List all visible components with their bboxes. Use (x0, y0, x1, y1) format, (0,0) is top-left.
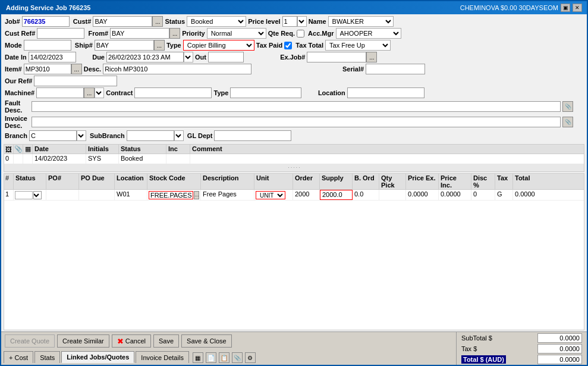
machine-select[interactable] (95, 87, 104, 98)
taxtotal-select[interactable]: Tax Free Up (325, 40, 391, 51)
subbranch-label: SubBranch (90, 132, 127, 139)
form-row-7: Machine# ... Contract Type Location (5, 87, 583, 98)
tab-invoice-details[interactable]: Invoice Details (136, 351, 189, 363)
due-input[interactable] (106, 52, 184, 62)
cancel-icon: ✖ (117, 337, 124, 346)
log-header-icon: 🖾 (4, 145, 14, 154)
tab-linked-jobs-quotes[interactable]: Linked Jobs/Quotes (61, 351, 134, 363)
restore-button[interactable]: ▣ (561, 4, 570, 12)
ship-dots-button[interactable]: ... (154, 40, 165, 51)
out-input[interactable] (208, 52, 244, 62)
grid-cell-qtypick (379, 190, 406, 200)
due-select[interactable] (184, 52, 193, 62)
cancel-button[interactable]: ✖ Cancel (112, 334, 151, 348)
tab-icon-2[interactable]: 📄 (206, 352, 216, 363)
taxtotal-label: Tax Total (295, 42, 325, 49)
custref-input[interactable] (37, 28, 84, 39)
invoicedesc-icon-button[interactable]: 📎 (562, 117, 573, 127)
from-dots-button[interactable]: ... (169, 28, 180, 39)
faultdesc-input[interactable] (32, 101, 561, 112)
exjob-input[interactable] (307, 52, 366, 62)
branch-select[interactable] (77, 130, 86, 141)
bottom-left: Create Quote Create Similar ✖ Cancel Sav… (1, 332, 456, 365)
price-level-select[interactable] (297, 16, 307, 27)
faultdesc-icon-button[interactable]: 📎 (562, 101, 573, 112)
grid-cell-desc: Free Pages (201, 190, 254, 200)
price-level-input[interactable] (282, 16, 297, 27)
log-header-grid: ▦ (23, 145, 33, 154)
exjob-dots-button[interactable]: ... (366, 52, 377, 62)
grid-cell-disc: 0 (471, 190, 495, 200)
subbranch-select[interactable] (174, 130, 184, 141)
stockcode-dots-button[interactable]: ... (194, 191, 199, 199)
summary-panel: SubTotal $ 0.0000 Tax $ 0.0000 Total $ (… (456, 332, 587, 365)
item-input[interactable] (24, 64, 71, 74)
type2-input[interactable] (230, 87, 301, 98)
grid-status-input[interactable] (15, 191, 33, 199)
cancel-label: Cancel (125, 337, 146, 345)
title-bar-right: CHEMINOVA $0.00 30DAYSEOM ▣ ✕ (460, 4, 582, 12)
tab-icon-4[interactable]: 📎 (232, 352, 243, 363)
grid-header-num: # (4, 174, 14, 189)
log-header: 🖾 📎 ▦ Date Initials Status Inc Comment (4, 145, 584, 154)
accmgr-label: Acc.Mgr (308, 30, 335, 37)
grid-status-select[interactable] (33, 191, 42, 199)
grid-row: 1 W01 FREE.PAGES ... Free Pages UNIT 200… (4, 190, 584, 201)
bottom-section: Create Quote Create Similar ✖ Cancel Sav… (1, 331, 587, 365)
log-col-status: Status (119, 145, 166, 154)
priority-select[interactable]: Normal (207, 28, 266, 39)
tab-cost-label: Cost (15, 354, 29, 361)
mode-input[interactable] (24, 40, 71, 51)
taxpaid-checkbox[interactable] (284, 42, 292, 49)
tab-icon-1[interactable]: ▦ (193, 352, 203, 363)
cust-input[interactable] (93, 16, 152, 27)
type-select[interactable]: Copier Billing (183, 40, 254, 51)
contract-input[interactable] (134, 87, 212, 98)
unit-select[interactable]: UNIT (256, 191, 285, 199)
log-cell-grid (23, 154, 33, 164)
save-button[interactable]: Save (153, 334, 179, 348)
from-label: From# (88, 30, 110, 37)
status-select[interactable]: Booked (187, 16, 246, 27)
job-input[interactable] (22, 16, 70, 27)
tab-stats[interactable]: Stats (34, 351, 60, 363)
item-dots-button[interactable]: ... (71, 64, 82, 74)
grid-cell-bord: 0.0 (353, 190, 379, 200)
tab-icon-3[interactable]: 📋 (219, 352, 229, 363)
ship-input[interactable] (95, 40, 154, 51)
grid-col-supply: Supply (320, 174, 353, 189)
qtereq-checkbox[interactable] (297, 30, 304, 37)
grid-col-podue: PO Due (79, 174, 115, 189)
close-button[interactable]: ✕ (573, 4, 582, 12)
gldept-input[interactable] (214, 130, 291, 141)
log-resize-handle[interactable]: · · · · · (4, 164, 584, 171)
datein-input[interactable] (29, 52, 76, 62)
form-section: Job# Cust# ... Status Booked Price level… (1, 14, 587, 144)
name-select[interactable]: BWALKER (328, 16, 394, 27)
type-label: Type (166, 42, 183, 49)
tab-cost-icon: + (9, 354, 12, 361)
price-level-label: Price level (248, 18, 282, 25)
machine-input[interactable] (36, 87, 84, 98)
create-quote-button[interactable]: Create Quote (5, 334, 55, 348)
desc-input[interactable] (103, 64, 251, 74)
save-close-button[interactable]: Save & Close (181, 334, 232, 348)
create-similar-button[interactable]: Create Similar (57, 334, 109, 348)
serial-input[interactable] (366, 64, 425, 74)
accmgr-select[interactable]: AHOOPER (336, 28, 401, 39)
grid-col-disc: Disc % (471, 174, 495, 189)
item-label: Item# (5, 65, 24, 73)
location-input[interactable] (347, 87, 425, 98)
grid-col-stockcode: Stock Code (147, 174, 201, 189)
machine-dots-button[interactable]: ... (84, 87, 95, 98)
tab-cost[interactable]: + Cost (4, 351, 33, 363)
grid-col-bord: B. Ord (353, 174, 379, 189)
subbranch-input[interactable] (127, 130, 174, 141)
grid-col-unit: Unit (254, 174, 293, 189)
tab-icon-5[interactable]: ⚙ (245, 352, 256, 363)
ourref-input[interactable] (34, 76, 117, 86)
invoicedesc-input[interactable] (32, 117, 561, 127)
cust-dots-button[interactable]: ... (152, 16, 163, 27)
from-input[interactable] (110, 28, 169, 39)
branch-input[interactable] (29, 130, 77, 141)
